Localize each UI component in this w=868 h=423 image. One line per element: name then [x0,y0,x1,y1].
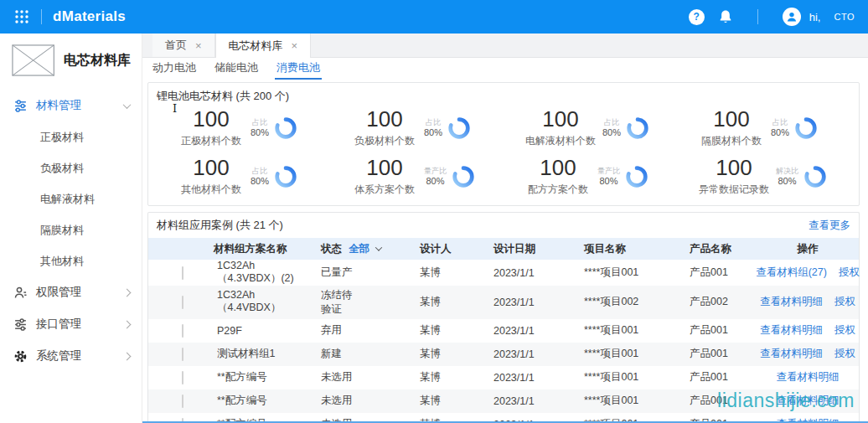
stat-ratio-value: 80% [597,176,620,187]
cell-product: 产品001 [683,323,757,338]
chevron-right-icon [123,320,132,328]
sidebar-item-interface-management[interactable]: 接口管理 [0,308,142,340]
stat-card: 100 异常数据记录数 解决比 80% [677,156,850,198]
menu-label: 其他材料 [40,254,84,269]
cell-actions: 查看材料明细授权 [757,323,859,338]
view-material-link[interactable]: 查看材料明细 [760,295,823,309]
stat-card: 100 正极材料个数 占比 80% [157,107,330,149]
row-checkbox[interactable] [182,266,183,280]
sidebar-subitem[interactable]: 隔膜材料 [0,214,142,245]
cell-date: 2023/1/1 [487,372,577,384]
stat-ratio-label: 占比 [251,167,269,176]
subnav-tab-2[interactable]: 储能电池 [214,59,258,79]
app-grid-icon[interactable] [13,8,30,25]
brand-block: 电芯材料库 [0,34,142,86]
col-actions: 操作 [757,242,859,256]
cell-designer: 某博 [413,266,487,280]
col-status: 状态 全部 [314,242,413,256]
menu-label: 正极材料 [40,130,84,145]
cell-date: 2023/1/1 [487,267,577,279]
authorize-link[interactable]: 授权 [834,295,855,309]
table-row: **配方编号 未选用 某博 2023/1/1 ****项目001 产品001 查… [148,389,859,413]
status-filter-value[interactable]: 全部 [349,242,369,256]
stat-card: 100 隔膜材料个数 占比 80% [677,107,850,149]
close-icon[interactable]: × [292,40,298,51]
cell-designer: 某博 [413,295,487,309]
cell-status: 未选用 [321,368,353,387]
subnav-tab-1[interactable]: 动力电池 [152,59,196,79]
chevron-right-icon [123,288,132,297]
donut-progress-icon [451,164,476,189]
sidebar-item-system-management[interactable]: 系统管理 [0,340,142,372]
row-checkbox[interactable] [182,296,183,309]
view-material-link[interactable]: 查看材料明细 [777,370,840,384]
row-checkbox[interactable] [182,348,183,361]
stat-card: 100 体系方案个数 量产比 80% [330,156,504,198]
authorize-link[interactable]: 授权 [834,347,855,361]
user-greeting: hi, [809,11,821,23]
help-icon[interactable]: ? [689,9,705,25]
stat-value: 100 [352,157,417,179]
tab-home[interactable]: 首页 × [152,34,215,57]
stat-label: 电解液材料个数 [525,134,596,148]
view-material-link[interactable]: 查看材料明细 [777,394,840,408]
sidebar-menu: 材料管理 正极材料负极材料电解液材料隔膜材料其他材料 权限管理 接口管理 [0,86,142,372]
donut-progress-icon [803,164,828,189]
top-app-bar: dMaterials ? hi, CTO [0,0,868,34]
cell-name: P29F [207,325,314,337]
view-material-link[interactable]: 查看材料明细 [760,347,823,361]
donut-progress-icon [273,116,298,141]
header-divider-2 [757,9,758,24]
sidebar-subitem[interactable]: 负极材料 [0,152,142,183]
cell-name: 1C32Ah（4.4VBDX） [207,289,314,315]
gear-icon [13,349,28,364]
stat-ratio-label: 量产比 [597,167,620,176]
cell-designer: 某博 [413,394,487,408]
sidebar-subitem[interactable]: 电解液材料 [0,183,142,214]
battery-type-subnav: 动力电池储能电池消费电池 [142,58,868,80]
stat-value: 100 [699,157,769,179]
cell-product: 产品001 [683,347,757,361]
main-content: 首页 × 电芯材料库 × 动力电池储能电池消费电池 锂电池电芯材料 (共 200… [142,34,868,423]
authorize-link[interactable]: 授权 [839,266,860,280]
subnav-tab-3[interactable]: 消费电池 [276,59,320,79]
sliders-icon [13,99,28,113]
sidebar-item-permission-management[interactable]: 权限管理 [0,276,142,308]
sidebar-item-material-management[interactable]: 材料管理 [0,90,142,121]
stat-label: 异常数据记录数 [699,183,769,197]
stat-ratio-label: 占比 [424,118,442,127]
cell-date: 2023/1/1 [487,348,577,360]
view-material-link[interactable]: 查看材料明细 [760,323,823,338]
menu-label: 隔膜材料 [40,223,84,238]
close-icon[interactable]: × [195,40,202,51]
tab-label: 电芯材料库 [229,39,283,54]
stat-label: 隔膜材料个数 [699,134,764,148]
row-checkbox[interactable] [182,371,183,384]
tab-battery-material-library[interactable]: 电芯材料库 × [215,34,312,58]
tab-label: 首页 [165,38,187,53]
view-more-link[interactable]: 查看更多 [809,219,850,233]
cell-product: 产品002 [683,295,757,309]
stats-panel: 锂电池电芯材料 (共 200 个) I 100 正极材料个数 占比 80% 10… [147,82,860,206]
col-product: 产品名称 [683,242,757,256]
menu-label: 权限管理 [36,285,124,300]
menu-label: 负极材料 [40,161,84,176]
stats-section-title: 锂电池电芯材料 (共 200 个) [157,89,850,104]
notification-bell-icon[interactable] [718,9,733,24]
user-avatar[interactable] [783,8,801,26]
row-checkbox[interactable] [182,324,183,338]
sidebar-subitem[interactable]: 正极材料 [0,121,142,152]
menu-label: 接口管理 [36,317,124,332]
stat-card: 100 负极材料个数 占比 80% [330,107,504,149]
stat-value: 100 [178,108,244,131]
view-material-link[interactable]: 查看材料组(27) [756,266,827,280]
authorize-link[interactable]: 授权 [834,323,855,338]
stat-card: 100 其他材料个数 占比 80% [157,156,330,198]
row-checkbox[interactable] [182,395,183,408]
stat-ratio-value: 80% [424,127,442,138]
sidebar-subitem[interactable]: 其他材料 [0,245,142,276]
chevron-down-icon[interactable] [375,244,382,250]
stat-ratio-value: 80% [251,127,269,138]
stat-value: 100 [352,108,417,131]
cell-designer: 某博 [413,370,487,384]
